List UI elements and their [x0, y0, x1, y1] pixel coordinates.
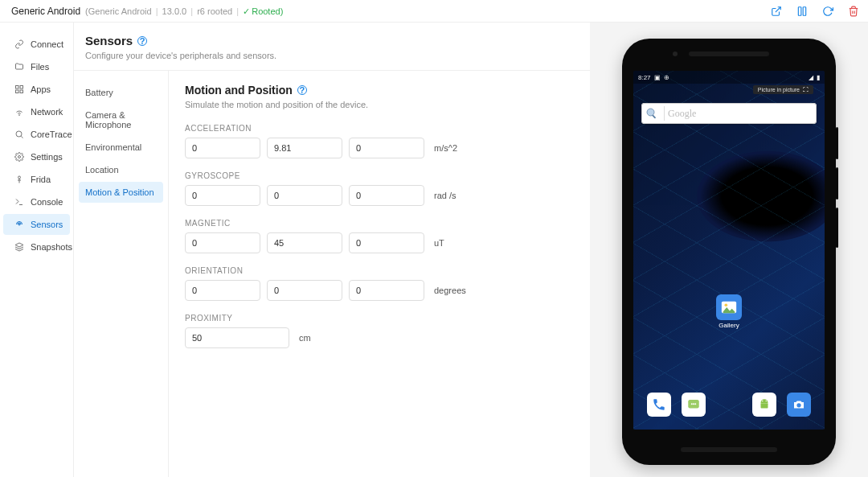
group-label: PROXIMITY — [185, 314, 574, 323]
panel-title: Motion and Position ? — [185, 84, 574, 97]
subnav-location[interactable]: Location — [79, 159, 163, 180]
unit-label: uT — [434, 238, 444, 248]
refresh-icon[interactable] — [821, 5, 834, 18]
phone-screen[interactable]: 8:27 ▣ ⊕ ◢ ▮ Picture in picture ⛶ — [633, 71, 825, 430]
search-placeholder: Google — [664, 106, 813, 121]
grid-icon — [14, 84, 24, 94]
orient-x-input[interactable] — [185, 280, 260, 301]
nav-label: Apps — [31, 84, 51, 94]
nav-label: CoreTrace — [31, 130, 72, 139]
nav-label: Snapshots — [31, 242, 72, 252]
nav-label: Frida — [31, 175, 51, 184]
signal-icon: ◢ — [809, 74, 813, 81]
accel-z-input[interactable] — [349, 138, 424, 158]
page-title: Sensors ? — [85, 34, 574, 47]
trash-icon[interactable] — [847, 5, 860, 18]
nav-snapshots[interactable]: Snapshots — [3, 236, 70, 257]
pip-badge[interactable]: Picture in picture ⛶ — [753, 85, 813, 94]
battery-icon: ▮ — [817, 74, 820, 81]
camera-app-icon[interactable] — [787, 393, 811, 417]
panel: Motion and Position ? Simulate the motio… — [169, 71, 590, 477]
google-search-widget[interactable]: Google — [641, 103, 817, 124]
nav-coretrace[interactable]: CoreTrace — [3, 124, 70, 145]
check-icon: ✓ — [243, 6, 250, 16]
phone-frame: 8:27 ▣ ⊕ ◢ ▮ Picture in picture ⛶ — [622, 39, 836, 465]
svg-point-20 — [691, 403, 693, 405]
nav-label: Settings — [31, 152, 63, 162]
svg-point-26 — [797, 403, 801, 407]
svg-rect-3 — [16, 86, 19, 89]
gyro-z-input[interactable] — [349, 185, 424, 206]
gyro-x-input[interactable] — [185, 185, 260, 206]
nav-apps[interactable]: Apps — [3, 79, 70, 100]
topbar-left: Generic Android (Generic Android | 13.0.… — [11, 6, 283, 17]
nav-console[interactable]: Console — [3, 191, 70, 212]
nav-frida[interactable]: Frida — [3, 169, 70, 190]
mag-z-input[interactable] — [349, 232, 424, 253]
nav-label: Files — [31, 62, 49, 72]
meta-prefix: (Generic Android — [85, 6, 152, 16]
open-external-icon[interactable] — [770, 5, 783, 18]
messages-app-icon[interactable] — [682, 393, 706, 417]
nav-connect[interactable]: Connect — [3, 34, 70, 55]
svg-point-7 — [19, 115, 20, 116]
sensors-icon — [14, 220, 24, 229]
subnav-camera[interactable]: Camera & Microphone — [79, 105, 163, 135]
nav-files[interactable]: Files — [3, 56, 70, 77]
svg-point-22 — [695, 403, 697, 405]
nav-network[interactable]: Network — [3, 101, 70, 122]
unit-label: rad /s — [434, 191, 457, 200]
unit-label: degrees — [434, 286, 466, 295]
mag-x-input[interactable] — [185, 232, 260, 253]
android-app-icon[interactable] — [752, 393, 776, 417]
orient-y-input[interactable] — [267, 280, 342, 301]
gallery-app-icon[interactable] — [716, 294, 742, 320]
svg-rect-2 — [803, 6, 806, 15]
orient-z-input[interactable] — [349, 280, 424, 301]
phone-app-icon[interactable] — [647, 393, 671, 417]
gyro-y-input[interactable] — [267, 185, 342, 206]
search-icon — [14, 130, 24, 139]
svg-line-9 — [21, 136, 23, 138]
topbar-actions — [770, 5, 860, 18]
svg-point-8 — [16, 131, 22, 137]
subnav-motion[interactable]: Motion & Position — [79, 182, 163, 203]
main: Connect Files Apps Network CoreTrace Set… — [0, 23, 868, 477]
prox-input[interactable] — [185, 327, 289, 348]
svg-point-15 — [647, 109, 654, 116]
nav-sensors[interactable]: Sensors — [3, 214, 70, 235]
device-meta: (Generic Android | 13.0.0 | r6 rooted | … — [85, 6, 283, 17]
phone-side-button — [836, 167, 838, 199]
notif-icon: ⊕ — [664, 74, 669, 81]
group-acceleration: ACCELERATION m/s^2 — [185, 124, 574, 158]
nav-label: Network — [31, 107, 63, 117]
dock-spacer — [717, 393, 741, 417]
columns-icon[interactable] — [796, 5, 809, 18]
gallery-app-label: Gallery — [709, 322, 749, 329]
page-subtitle: Configure your device's peripherals and … — [85, 51, 574, 60]
group-gyroscope: GYROSCOPE rad /s — [185, 171, 574, 206]
svg-line-0 — [776, 6, 780, 11]
nav-label: Connect — [31, 39, 63, 49]
help-icon[interactable]: ? — [297, 85, 307, 95]
help-icon[interactable]: ? — [137, 36, 147, 46]
link-icon — [14, 39, 24, 49]
phone-side-button — [836, 127, 838, 159]
group-label: GYROSCOPE — [185, 171, 574, 180]
accel-y-input[interactable] — [267, 138, 342, 158]
subnav-battery[interactable]: Battery — [79, 82, 163, 103]
accel-x-input[interactable] — [185, 138, 260, 158]
svg-point-24 — [762, 401, 764, 402]
unit-label: cm — [299, 333, 311, 343]
notif-icon: ▣ — [654, 74, 661, 81]
status-time: 8:27 — [638, 74, 651, 81]
nav-settings[interactable]: Settings — [3, 146, 70, 167]
subnav-environmental[interactable]: Environmental — [79, 137, 163, 158]
unit-label: m/s^2 — [434, 143, 457, 153]
meta-build: r6 rooted — [197, 6, 232, 16]
phone-speaker-bottom — [681, 447, 777, 452]
mag-y-input[interactable] — [267, 232, 342, 253]
frida-icon — [14, 175, 24, 184]
folder-icon — [14, 62, 24, 72]
panel-title-text: Motion and Position — [185, 84, 293, 97]
